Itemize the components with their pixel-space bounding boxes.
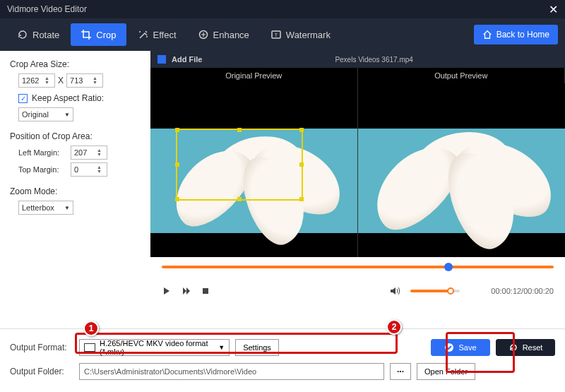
timeline-handle[interactable]	[444, 263, 453, 271]
tab-label: Rotate	[32, 30, 59, 40]
fast-forward-icon[interactable]	[182, 286, 191, 296]
output-format-label: Output Format:	[10, 343, 73, 352]
crop-icon	[81, 29, 92, 40]
enhance-icon	[198, 29, 209, 40]
output-folder-label: Output Folder:	[10, 367, 73, 376]
x-label: X	[58, 76, 64, 85]
sidebar: Crop Area Size: 1262▲▼ X 713▲▼ ✓ Keep As…	[0, 51, 150, 328]
toolbar: Rotate Crop Effect Enhance T Watermark B…	[0, 18, 565, 51]
current-filename: Pexels Videos 3617.mp4	[335, 56, 412, 64]
tab-label: Enhance	[213, 30, 249, 40]
preview-headers: Original Preview Output Preview	[150, 68, 565, 83]
keep-ratio-checkbox[interactable]: ✓	[18, 94, 28, 103]
top-margin-stepper[interactable]: 0▲▼	[71, 162, 107, 177]
save-button[interactable]: Save	[431, 339, 490, 356]
original-preview-header: Original Preview	[150, 68, 358, 83]
zoom-select[interactable]: Letterbox▼	[18, 201, 73, 215]
content: Crop Area Size: 1262▲▼ X 713▲▼ ✓ Keep As…	[0, 51, 565, 328]
svg-point-1	[146, 36, 148, 37]
back-home-button[interactable]: Back to Home	[474, 25, 558, 44]
playback-time: 00:00:12/00:00:20	[491, 287, 554, 295]
reset-icon	[509, 343, 518, 352]
timeline[interactable]	[150, 257, 565, 277]
output-preview-header: Output Preview	[358, 68, 566, 83]
original-preview-pane[interactable]	[150, 83, 357, 257]
playback-controls: 00:00:12/00:00:20	[150, 277, 565, 305]
volume-slider[interactable]	[410, 290, 460, 292]
home-icon	[482, 30, 492, 40]
check-icon	[444, 343, 454, 352]
ratio-select[interactable]: Original▼	[18, 107, 73, 121]
output-preview-pane	[357, 83, 565, 257]
format-icon	[84, 343, 95, 352]
footer: Output Format: H.265/HEVC MKV video form…	[0, 328, 565, 392]
output-format-select[interactable]: H.265/HEVC MKV video format (*.mkv) ▼	[79, 339, 230, 356]
zoom-label: Zoom Mode:	[10, 186, 141, 196]
position-label: Position of Crop Area:	[10, 131, 141, 141]
app-title: Vidmore Video Editor	[7, 4, 87, 14]
output-folder-input[interactable]: C:\Users\Administrator\Documents\Vidmore…	[79, 363, 384, 380]
close-icon[interactable]: ✕	[549, 3, 558, 16]
reset-button[interactable]: Reset	[496, 339, 555, 356]
stop-icon[interactable]	[201, 287, 210, 295]
top-margin-label: Top Margin:	[18, 165, 66, 174]
file-bar: Add File Pexels Videos 3617.mp4	[150, 51, 565, 68]
keep-ratio-label: Keep Aspect Ratio:	[32, 93, 104, 103]
preview-area: Add File Pexels Videos 3617.mp4 Original…	[150, 51, 565, 328]
browse-button[interactable]: ···	[390, 363, 411, 380]
svg-text:T: T	[275, 32, 278, 37]
volume-icon[interactable]	[389, 286, 400, 296]
left-margin-label: Left Margin:	[18, 148, 66, 157]
play-icon[interactable]	[162, 286, 172, 296]
watermark-icon: T	[270, 29, 282, 40]
tab-rotate[interactable]: Rotate	[7, 23, 69, 46]
tab-label: Effect	[153, 30, 177, 40]
width-stepper[interactable]: 1262▲▼	[18, 73, 55, 88]
add-file-icon	[157, 55, 166, 64]
back-home-label: Back to Home	[496, 30, 549, 40]
left-margin-stepper[interactable]: 207▲▼	[71, 145, 107, 160]
tab-crop[interactable]: Crop	[71, 23, 126, 46]
tab-effect[interactable]: Effect	[128, 23, 186, 46]
timeline-track[interactable]	[162, 266, 554, 268]
open-folder-button[interactable]: Open Folder	[417, 363, 475, 380]
tab-label: Crop	[96, 30, 116, 40]
rotate-icon	[17, 29, 28, 40]
settings-button[interactable]: Settings	[235, 339, 279, 356]
svg-point-0	[139, 31, 141, 32]
height-stepper[interactable]: 713▲▼	[66, 73, 103, 88]
crop-size-label: Crop Area Size:	[10, 59, 141, 69]
volume-handle[interactable]	[447, 287, 454, 295]
add-file-button[interactable]: Add File	[172, 55, 202, 64]
tab-enhance[interactable]: Enhance	[188, 23, 259, 46]
effect-icon	[138, 29, 149, 40]
tab-label: Watermark	[286, 30, 331, 40]
svg-rect-5	[203, 288, 208, 294]
crop-rectangle[interactable]	[176, 129, 303, 201]
tab-watermark[interactable]: T Watermark	[261, 23, 340, 46]
video-panes	[150, 83, 565, 257]
title-bar: Vidmore Video Editor ✕	[0, 0, 565, 18]
